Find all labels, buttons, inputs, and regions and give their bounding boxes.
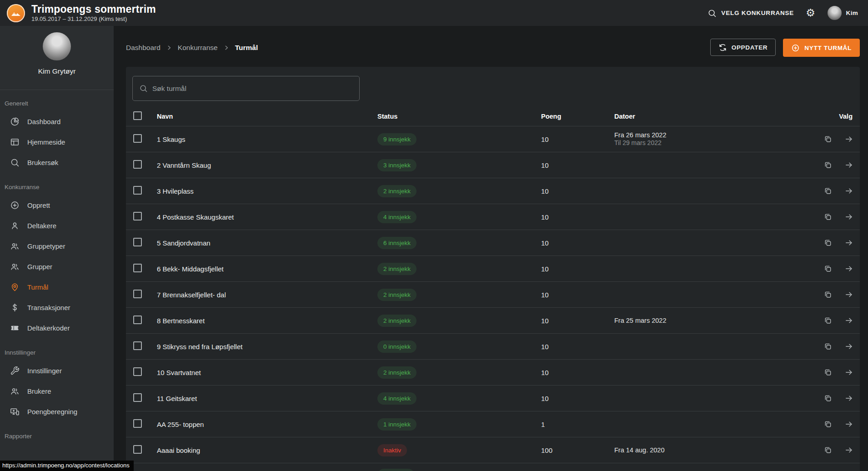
duplicate-button[interactable] [823, 212, 833, 221]
breadcrumb-dashboard[interactable]: Dashboard [126, 44, 161, 52]
sidebar-item-turm-l[interactable]: Turmål [0, 277, 114, 297]
copy-icon [823, 290, 833, 299]
select-all-checkbox[interactable] [133, 111, 142, 120]
open-row-button[interactable] [844, 316, 853, 325]
search-icon [10, 158, 20, 167]
sidebar-item-brukere[interactable]: Brukere [0, 381, 114, 401]
search-box [132, 76, 360, 101]
status-badge [377, 469, 415, 471]
open-row-button[interactable] [844, 160, 853, 170]
search-input[interactable] [152, 85, 353, 93]
copy-icon [823, 135, 833, 144]
duplicate-button[interactable] [823, 446, 833, 455]
open-row-button[interactable] [844, 368, 853, 377]
row-points: 10 [541, 161, 614, 169]
sidebar-item-dashboard[interactable]: Dashboard [0, 111, 114, 132]
row-name: Aaaai booking [157, 446, 377, 454]
duplicate-button[interactable] [823, 316, 833, 325]
open-row-button[interactable] [844, 238, 853, 247]
table-row [126, 463, 860, 471]
row-checkbox[interactable] [133, 445, 142, 454]
status-badge: 4 innsjekk [377, 211, 416, 223]
sidebar-item-brukers-k[interactable]: Brukersøk [0, 152, 114, 173]
arrow-right-icon [844, 212, 853, 221]
open-row-button[interactable] [844, 290, 853, 299]
sidebar-item-deltakere[interactable]: Deltakere [0, 215, 114, 236]
duplicate-button[interactable] [823, 420, 833, 429]
search-icon [139, 84, 148, 93]
devices-star-icon [10, 407, 20, 416]
new-turmal-button[interactable]: NYTT TURMÅL [783, 39, 860, 57]
search-icon [707, 9, 717, 18]
breadcrumb-konkurranse[interactable]: Konkurranse [178, 44, 218, 52]
sidebar-item-opprett[interactable]: Opprett [0, 195, 114, 215]
sidebar-item-hjemmeside[interactable]: Hjemmeside [0, 132, 114, 152]
row-points: 10 [541, 135, 614, 143]
duplicate-button[interactable] [823, 186, 833, 195]
row-checkbox[interactable] [133, 238, 142, 246]
sidebar-item-deltakerkoder[interactable]: Deltakerkoder [0, 318, 114, 338]
app-logo[interactable] [7, 4, 25, 22]
avatar [828, 6, 842, 20]
open-row-button[interactable] [844, 186, 853, 195]
row-name: 3 Hvileplass [157, 187, 377, 195]
status-badge: 2 innsjekk [377, 315, 416, 327]
layout-icon [10, 137, 20, 147]
arrow-right-icon [844, 290, 853, 299]
duplicate-button[interactable] [823, 368, 833, 377]
duplicate-button[interactable] [823, 135, 833, 144]
row-checkbox[interactable] [133, 290, 142, 298]
sidebar-item-transaksjoner[interactable]: Transaksjoner [0, 297, 114, 318]
arrow-right-icon [844, 446, 853, 455]
duplicate-button[interactable] [823, 394, 833, 403]
ticket-icon [10, 323, 20, 333]
open-row-button[interactable] [844, 135, 853, 144]
sidebar-item-innstillinger[interactable]: Innstillinger [0, 361, 114, 381]
row-checkbox[interactable] [133, 393, 142, 402]
duplicate-button[interactable] [823, 264, 833, 273]
open-row-button[interactable] [844, 264, 853, 273]
arrow-right-icon [844, 394, 853, 403]
profile-name: Kim Grytøyr [38, 67, 76, 75]
col-status: Status [377, 113, 541, 120]
open-row-button[interactable] [844, 212, 853, 221]
duplicate-button[interactable] [823, 290, 833, 299]
people-icon [10, 262, 20, 271]
copy-icon [823, 446, 833, 455]
arrow-right-icon [844, 135, 853, 144]
row-checkbox[interactable] [133, 264, 142, 272]
sidebar-item-poengberegning[interactable]: Poengberegning [0, 401, 114, 422]
row-checkbox[interactable] [133, 160, 142, 169]
row-checkbox[interactable] [133, 134, 142, 143]
settings-button[interactable]: ⚙ [806, 8, 815, 18]
open-row-button[interactable] [844, 394, 853, 403]
duplicate-button[interactable] [823, 160, 833, 170]
new-turmal-button-label: NYTT TURMÅL [804, 45, 852, 51]
row-checkbox[interactable] [133, 419, 142, 428]
sidebar-item-gruppetyper[interactable]: Gruppetyper [0, 236, 114, 256]
col-valg: Valg [805, 113, 860, 120]
row-name: AA 255- toppen [157, 421, 377, 428]
row-checkbox[interactable] [133, 341, 142, 350]
refresh-button[interactable]: OPPDATER [710, 39, 776, 56]
copy-icon [823, 368, 833, 377]
sidebar-item-grupper[interactable]: Grupper [0, 256, 114, 277]
open-row-button[interactable] [844, 342, 853, 351]
row-checkbox[interactable] [133, 367, 142, 376]
open-row-button[interactable] [844, 420, 853, 429]
row-checkbox[interactable] [133, 316, 142, 324]
duplicate-button[interactable] [823, 342, 833, 351]
arrow-right-icon [844, 368, 853, 377]
row-checkbox[interactable] [133, 212, 142, 220]
open-row-button[interactable] [844, 446, 853, 455]
user-menu-button[interactable]: Kim [828, 6, 858, 20]
duplicate-button[interactable] [823, 238, 833, 247]
sidebar-item-label: Transaksjoner [27, 304, 70, 311]
sidebar-nav: GenereltDashboardHjemmesideBrukersøkKonk… [0, 90, 114, 440]
row-dates: Fra 26 mars 2022Til 29 mars 2022 [614, 131, 805, 147]
row-checkbox[interactable] [133, 186, 142, 195]
select-contest-button[interactable]: VELG KONKURRANSE [707, 9, 794, 18]
table-row: 3 Hvileplass2 innsjekk10 [126, 178, 860, 204]
sidebar-item-label: Grupper [27, 263, 52, 271]
row-name: 11 Geitskaret [157, 395, 377, 402]
